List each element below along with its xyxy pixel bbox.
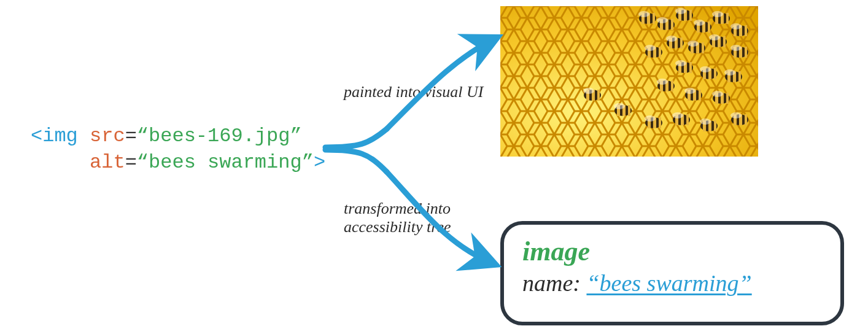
a11y-name-line: name: “bees swarming” xyxy=(522,270,822,297)
code-quote-open-1: “ xyxy=(137,125,149,147)
code-tag-name: img xyxy=(42,125,78,147)
code-attr-src: src xyxy=(90,125,125,147)
code-src-value: bees-169.jpg xyxy=(149,125,290,147)
a11y-role: image xyxy=(522,236,822,267)
annotation-painted: painted into visual UI xyxy=(344,83,483,101)
code-quote-close-1: ” xyxy=(290,125,301,147)
code-alt-value: bees swarming xyxy=(149,151,302,174)
svg-rect-8 xyxy=(653,13,655,24)
code-angle-open: < xyxy=(31,125,42,147)
code-quote-open-2: “ xyxy=(137,151,149,174)
code-attr-alt: alt xyxy=(90,151,125,174)
svg-point-9 xyxy=(638,11,649,17)
code-eq-1: = xyxy=(125,125,137,147)
annotation-transformed-line1: transformed into xyxy=(344,200,451,217)
svg-rect-4 xyxy=(500,6,758,157)
a11y-name-value: “bees swarming” xyxy=(586,270,751,296)
code-eq-2: = xyxy=(125,151,137,174)
annotation-transformed: transformed into accessibility tree xyxy=(344,200,451,236)
diagram-stage: <img src=“bees-169.jpg” alt=“bees swarmi… xyxy=(0,0,868,334)
code-quote-close-2: ” xyxy=(302,151,314,174)
code-angle-close: > xyxy=(314,151,325,174)
code-snippet: <img src=“bees-169.jpg” alt=“bees swarmi… xyxy=(31,123,325,176)
accessibility-tree-node: image name: “bees swarming” xyxy=(500,221,844,325)
bees-photo xyxy=(500,6,758,157)
a11y-name-label: name: xyxy=(522,270,586,296)
annotation-transformed-line2: accessibility tree xyxy=(344,218,451,236)
